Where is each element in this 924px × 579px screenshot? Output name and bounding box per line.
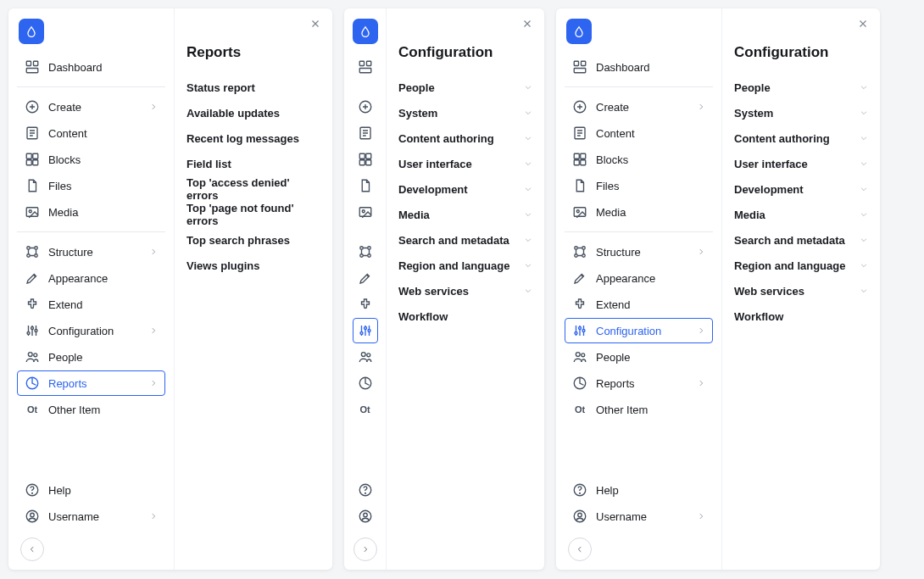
panel-item[interactable]: Development <box>734 176 868 202</box>
sidebar-item-label: Content <box>48 127 158 140</box>
panel-item[interactable]: Media <box>734 202 868 227</box>
sidebar: Dashboard Create Content Blocks Files Me… <box>556 8 722 570</box>
panel-item[interactable]: Region and language <box>734 253 868 278</box>
sidebar-item-configuration[interactable]: Configuration <box>565 318 713 343</box>
panel-item[interactable]: Top search phrases <box>186 227 320 253</box>
chevron-down-icon <box>860 261 868 270</box>
chevron-right-icon <box>149 103 158 111</box>
panel-item[interactable]: Workflow <box>734 303 868 329</box>
sidebar-item-help[interactable]: Help <box>565 477 713 503</box>
chevron-right-icon <box>149 326 158 335</box>
sidebar-item-appearance[interactable]: Appearance <box>565 265 713 291</box>
sidebar-item-other[interactable]: Ot Other Item <box>565 397 713 422</box>
panel-item[interactable]: Status report <box>186 75 320 100</box>
sidebar-item-label: Content <box>596 127 705 140</box>
sidebar-item-help[interactable]: Help <box>353 477 378 503</box>
sidebar-item-help[interactable]: Help <box>17 477 165 503</box>
sidebar-item-create[interactable]: Create <box>17 94 165 120</box>
sidebar: Dashboard Create Content Blocks Files Me… <box>8 8 175 570</box>
panel-item[interactable]: Available updates <box>186 100 320 125</box>
panel-item[interactable]: Field list <box>186 151 320 176</box>
panel-item[interactable]: Content authoring <box>734 125 868 151</box>
sidebar-item-appearance[interactable]: Appearance <box>17 265 165 291</box>
sidebar-item-content[interactable]: Content <box>17 120 165 146</box>
panel-item[interactable]: Workflow <box>398 303 532 329</box>
sidebar-item-extend[interactable]: Extend <box>17 292 165 317</box>
svg-point-11 <box>27 247 30 249</box>
sidebar-item-structure[interactable]: Structure <box>17 239 165 264</box>
sidebar-item-structure[interactable]: Structure <box>565 239 713 264</box>
panel-item[interactable]: Web services <box>734 278 868 303</box>
panel-item[interactable]: Region and language <box>398 253 532 278</box>
sidebar-item-reports[interactable]: Reports <box>17 370 165 396</box>
panel-item[interactable]: Search and metadata <box>734 227 868 253</box>
sidebar-item-people[interactable]: People <box>17 344 165 370</box>
panel-item-label: Workflow <box>734 310 783 323</box>
sidebar-item-extend[interactable]: Extend <box>565 292 713 317</box>
svg-rect-32 <box>359 160 365 165</box>
sidebar-item-extend[interactable]: Extend <box>353 292 378 317</box>
sidebar-item-username[interactable]: Username <box>17 504 165 529</box>
sidebar-item-blocks[interactable]: Blocks <box>565 147 713 172</box>
sidebar-item-dashboard[interactable]: Dashboard <box>565 54 713 80</box>
sidebar-item-username[interactable]: Username <box>353 504 378 529</box>
panel-item[interactable]: Top 'access denied' errors <box>186 176 320 202</box>
panel-item[interactable]: Search and metadata <box>398 227 532 253</box>
close-button[interactable] <box>519 15 536 32</box>
create-icon <box>25 99 40 114</box>
sidebar-item-create[interactable]: Create <box>565 94 713 120</box>
panel-item[interactable]: People <box>398 75 532 100</box>
panel-item[interactable]: System <box>734 100 868 125</box>
sidebar-item-other[interactable]: Ot Other Item <box>17 397 165 422</box>
sidebar-item-dashboard[interactable]: Dashboard <box>353 54 378 80</box>
panel-item[interactable]: Recent log messages <box>186 125 320 151</box>
panel-item[interactable]: Views plugins <box>186 253 320 278</box>
sidebar-item-media[interactable]: Media <box>565 199 713 225</box>
sidebar-item-files[interactable]: Files <box>353 173 378 198</box>
sidebar-item-other[interactable]: Ot Other Item <box>353 397 378 422</box>
close-button[interactable] <box>307 15 324 32</box>
sidebar-item-create[interactable]: Create <box>353 94 378 120</box>
sidebar-item-blocks[interactable]: Blocks <box>353 147 378 172</box>
content-icon <box>358 125 373 141</box>
sidebar-item-reports[interactable]: Reports <box>353 370 378 396</box>
svg-point-42 <box>368 330 370 332</box>
sidebar-item-reports[interactable]: Reports <box>565 370 713 396</box>
panel-item[interactable]: People <box>734 75 868 100</box>
panel-item[interactable]: System <box>398 100 532 125</box>
app-logo[interactable] <box>566 19 592 44</box>
sidebar-item-structure[interactable]: Structure <box>353 239 378 264</box>
panel-item[interactable]: Top 'page not found' errors <box>186 202 320 227</box>
sidebar-item-media[interactable]: Media <box>353 199 378 225</box>
sidebar-item-people[interactable]: People <box>565 344 713 370</box>
svg-point-61 <box>575 247 577 249</box>
sidebar-item-files[interactable]: Files <box>17 173 165 198</box>
panel-item[interactable]: Content authoring <box>398 125 532 151</box>
app-logo[interactable] <box>353 19 378 44</box>
sidebar-item-appearance[interactable]: Appearance <box>353 265 378 291</box>
panel-item-label: Search and metadata <box>734 234 845 247</box>
panel-item[interactable]: Web services <box>398 278 532 303</box>
sidebar-item-label: Media <box>48 206 158 219</box>
collapse-sidebar-button[interactable] <box>353 537 377 561</box>
sidebar-item-content[interactable]: Content <box>565 120 713 146</box>
sidebar-item-dashboard[interactable]: Dashboard <box>17 54 165 80</box>
collapse-sidebar-button[interactable] <box>20 537 44 561</box>
panel-item[interactable]: User interface <box>734 151 868 176</box>
sidebar-item-configuration[interactable]: Configuration <box>17 318 165 343</box>
collapse-sidebar-button[interactable] <box>568 537 592 561</box>
sidebar-item-content[interactable]: Content <box>353 120 378 146</box>
svg-rect-30 <box>359 153 365 159</box>
sidebar-item-blocks[interactable]: Blocks <box>17 147 165 172</box>
sidebar-item-configuration[interactable]: Configuration <box>353 318 378 343</box>
sidebar-item-media[interactable]: Media <box>17 199 165 225</box>
panel-item[interactable]: Media <box>398 202 532 227</box>
sidebar-item-people[interactable]: People <box>353 344 378 370</box>
close-button[interactable] <box>854 15 871 32</box>
panel-item-label: Media <box>734 209 765 221</box>
app-logo[interactable] <box>19 19 44 44</box>
panel-item[interactable]: Development <box>398 176 532 202</box>
sidebar-item-files[interactable]: Files <box>565 173 713 198</box>
panel-item[interactable]: User interface <box>398 151 532 176</box>
sidebar-item-username[interactable]: Username <box>565 504 713 529</box>
